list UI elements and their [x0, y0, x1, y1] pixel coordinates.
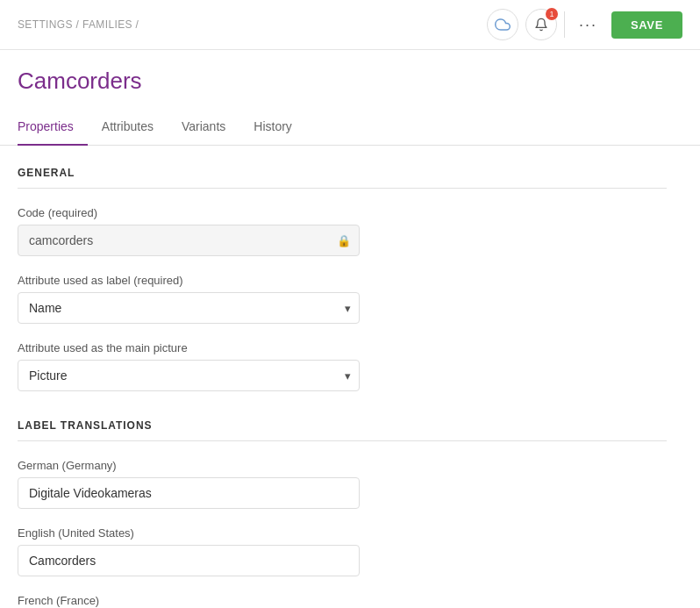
page-header: Camcorders [0, 50, 700, 95]
tabs-container: Properties Attributes Variants History [0, 109, 700, 146]
tab-history[interactable]: History [239, 109, 306, 146]
code-field-group: Code (required) 🔒 [18, 206, 667, 256]
top-bar-right: 1 ··· SAVE [487, 9, 682, 40]
label-attr-select[interactable]: Name Code Label [18, 292, 360, 324]
english-locale-label: English (United States) [18, 526, 667, 540]
notification-badge: 1 [546, 8, 558, 20]
page-title: Camcorders [18, 68, 682, 95]
tab-variants[interactable]: Variants [168, 109, 239, 146]
french-locale-label: French (France) [18, 594, 667, 607]
content-area: GENERAL Code (required) 🔒 Attribute used… [0, 146, 684, 608]
code-label: Code (required) [18, 206, 667, 219]
english-field-group: English (United States) [18, 526, 667, 576]
general-section-title: GENERAL [18, 167, 667, 189]
french-field-group: French (France) [18, 594, 667, 608]
label-attr-select-wrapper: Name Code Label ▾ [18, 292, 360, 324]
picture-attr-label: Attribute used as the main picture [18, 341, 667, 354]
picture-attr-field-group: Attribute used as the main picture Pictu… [18, 341, 667, 391]
label-attr-label: Attribute used as label (required) [18, 274, 667, 287]
label-attr-field-group: Attribute used as label (required) Name … [18, 274, 667, 324]
translations-section-title: LABEL TRANSLATIONS [18, 419, 667, 441]
cloud-icon-btn[interactable] [487, 9, 518, 40]
vertical-divider [564, 11, 565, 38]
code-input-wrapper: 🔒 [18, 225, 360, 256]
tab-attributes[interactable]: Attributes [88, 109, 168, 146]
german-field-group: German (Germany) [18, 459, 667, 509]
breadcrumb: SETTINGS / FAMILIES / [18, 18, 139, 31]
code-input[interactable] [18, 225, 360, 256]
more-options-button[interactable]: ··· [572, 12, 604, 38]
breadcrumb-text: SETTINGS / FAMILIES / [18, 18, 139, 31]
tab-properties[interactable]: Properties [18, 109, 88, 146]
english-input[interactable] [18, 545, 360, 576]
lock-icon: 🔒 [337, 234, 351, 247]
notification-icon-btn[interactable]: 1 [525, 9, 557, 40]
german-locale-label: German (Germany) [18, 459, 667, 472]
picture-attr-select[interactable]: Picture Image Photo [18, 360, 360, 391]
top-bar: SETTINGS / FAMILIES / 1 ··· SAVE [0, 0, 700, 50]
translations-section: LABEL TRANSLATIONS German (Germany) Engl… [18, 419, 667, 608]
picture-attr-select-wrapper: Picture Image Photo ▾ [18, 360, 360, 391]
save-button[interactable]: SAVE [611, 11, 682, 39]
german-input[interactable] [18, 477, 360, 509]
